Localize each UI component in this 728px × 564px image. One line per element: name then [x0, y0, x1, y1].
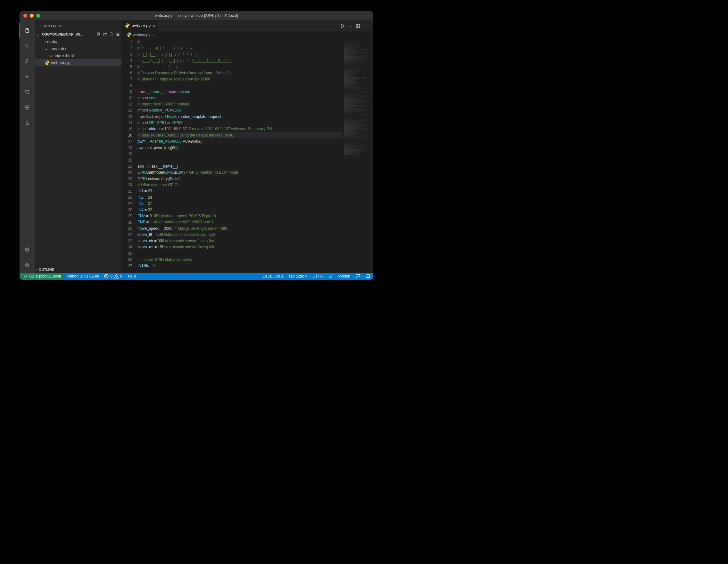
chevron-down-icon[interactable]: ⌄ [349, 24, 352, 28]
status-bar: SSH: pibot01.local Python 3.7.3 32-bit 0… [20, 273, 373, 280]
cursor-position[interactable]: Ln 16, Col 1 [260, 273, 286, 280]
workspace-header[interactable]: ⌄ OSOYOOWEBCAR [SS... [35, 31, 121, 37]
breadcrumb[interactable]: webcar.py › ... [121, 31, 373, 38]
tab-size[interactable]: Tab Size: 4 [286, 273, 310, 280]
feedback-icon [355, 274, 360, 279]
minimap[interactable] [343, 38, 373, 273]
explorer-activity[interactable] [20, 23, 35, 38]
code-line: ENA = 0 #Right motor speed PCA9685 port … [137, 213, 343, 219]
testing-activity[interactable] [20, 115, 35, 130]
code-line: # \___/ \___) | | \__| | / / / \___/___(… [137, 58, 343, 64]
line-number: 31 [121, 226, 132, 232]
line-number: 28 [121, 207, 132, 213]
code-line: import RPi.GPIO as GPIO [137, 120, 343, 126]
maximize-traffic-light[interactable] [36, 14, 40, 18]
code-line: GPIO.setwarnings(False) [137, 176, 343, 182]
code-line: from flask import Flask, render_template… [137, 114, 343, 120]
tree-file-webcar-py[interactable]: webcar.py [35, 59, 121, 66]
encoding[interactable]: UTF-8 [310, 273, 326, 280]
remote-indicator[interactable]: SSH: pibot01.local [20, 273, 64, 280]
code-line: ENB = 1 #Left motor speed PCA9685 port 1 [137, 219, 343, 225]
line-number: 13 [121, 114, 132, 120]
run-icon[interactable] [340, 23, 345, 29]
search-activity[interactable] [20, 38, 35, 54]
line-number: 37 [121, 263, 132, 269]
split-editor-icon[interactable] [355, 23, 360, 29]
svg-point-0 [28, 92, 29, 94]
line-number: 17 [121, 139, 132, 145]
tree-folder-templates[interactable]: ⌄ templates [35, 45, 121, 52]
html-file-icon: <> [48, 53, 54, 58]
remote-explorer-activity[interactable] [20, 84, 35, 100]
traffic-lights [20, 14, 40, 18]
outline-section[interactable]: › OUTLINE [35, 266, 121, 273]
close-traffic-light[interactable] [23, 14, 27, 18]
ports-indicator[interactable]: 0 [125, 273, 139, 280]
python-interpreter[interactable]: Python 3.7.3 32-bit [64, 273, 102, 280]
code-line [137, 157, 343, 163]
line-number: 22 [121, 170, 132, 176]
notifications[interactable] [363, 273, 373, 280]
settings-activity[interactable] [20, 257, 35, 273]
extensions-icon [25, 105, 30, 110]
code-content[interactable]: # __ __ __ .__ __. __ ___ .______# / __ … [137, 38, 343, 273]
line-number: 24 [121, 182, 132, 188]
warning-count: 0 [120, 274, 122, 278]
code-line: pwm = Adafruit_PCA9685.PCA9685() [137, 138, 343, 145]
tree-folder-static[interactable]: › static [35, 38, 121, 45]
problems-indicator[interactable]: 0 0 [101, 273, 125, 280]
source-control-activity[interactable] [20, 54, 35, 69]
code-line: GPIO.setmode(GPIO.BCM) # GPIO number in … [137, 170, 343, 176]
line-number: 4 [121, 58, 132, 64]
new-file-icon[interactable] [96, 32, 101, 37]
extensions-activity[interactable] [20, 100, 35, 115]
beaker-icon [25, 120, 30, 125]
code-line: #define actuators GPIOs [137, 182, 343, 188]
git-branch-icon [25, 59, 30, 64]
code-line: servo_rgt = 150 #ultrasonic sensor facin… [137, 244, 343, 250]
line-number: 1 [121, 39, 132, 45]
minimize-traffic-light[interactable] [30, 14, 34, 18]
python-version: Python 3.7.3 32-bit [67, 274, 99, 278]
close-icon[interactable]: × [153, 23, 155, 29]
code-line: # __ __ __ .__ __. __ ___ .______ [137, 39, 343, 45]
language-mode[interactable]: Python [336, 273, 353, 280]
chevron-right-icon: › [45, 39, 46, 44]
broadcast-icon [128, 274, 133, 279]
explorer-title: EXPLORER [41, 24, 62, 28]
new-folder-icon[interactable] [103, 32, 107, 37]
tab-webcar-py[interactable]: webcar.py × [121, 20, 159, 31]
code-line [137, 83, 343, 89]
more-icon[interactable]: ⋯ [364, 23, 369, 29]
line-number: 12 [121, 107, 132, 113]
files-icon [25, 28, 30, 33]
line-number: 19 [121, 151, 132, 157]
code-line [137, 250, 343, 256]
search-icon [25, 43, 30, 48]
code-line: # Initialise the PCA9685 using the defau… [137, 132, 343, 138]
collapse-all-icon[interactable] [116, 32, 120, 37]
line-number: 32 [121, 232, 132, 238]
code-line: IN1Sts = 0 [137, 263, 343, 269]
code-line: move_speed = 2000 # Max pulse length out… [137, 226, 343, 232]
line-number: 3 [121, 52, 132, 58]
accounts-activity[interactable] [20, 242, 35, 257]
code-line: pwm.set_pwm_freq(60) [137, 145, 343, 151]
chevron-down-icon: ⌄ [36, 32, 41, 37]
python-file-icon [127, 32, 132, 38]
feedback[interactable] [353, 273, 363, 280]
tree-file-index-html[interactable]: <> index.html [35, 52, 121, 59]
run-debug-activity[interactable] [20, 69, 35, 84]
eol[interactable]: LF [326, 273, 336, 280]
code-line: pi_ip_address='192.168.0.32' # replace 1… [137, 126, 343, 132]
breadcrumb-more: ... [154, 33, 157, 37]
refresh-icon[interactable] [109, 32, 114, 37]
code-line: # Osoyoo Raspberry Pi Web Camera Control… [137, 70, 343, 76]
breadcrumb-sep: › [152, 33, 153, 37]
bell-icon [366, 274, 371, 279]
sidebar-more-icon[interactable]: ⋯ [111, 23, 117, 29]
editor-tabs: webcar.py × ⌄ ⋯ [121, 20, 373, 31]
code-line: # (___/ [137, 64, 343, 70]
line-number: 10 [121, 95, 132, 101]
line-number: 30 [121, 220, 132, 226]
